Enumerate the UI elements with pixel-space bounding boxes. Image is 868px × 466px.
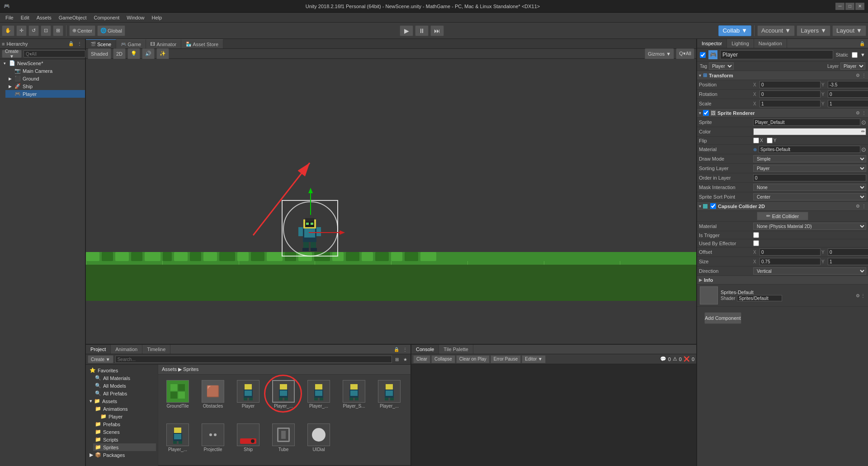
menu-assets[interactable]: Assets bbox=[33, 14, 55, 21]
asset-player-highlighted[interactable]: Player_... bbox=[268, 378, 299, 418]
layers-button[interactable]: Layers ▼ bbox=[797, 25, 830, 36]
asset-player[interactable]: Player bbox=[232, 378, 264, 418]
tab-animator[interactable]: 🎞 Animator bbox=[146, 39, 181, 48]
sprite-settings-btn[interactable]: ⚙ bbox=[856, 110, 860, 115]
audio-btn[interactable]: 🔊 bbox=[142, 48, 155, 59]
player-animations-folder[interactable]: 📁 Player bbox=[99, 413, 156, 420]
rotation-y-input[interactable] bbox=[828, 90, 868, 98]
order-input[interactable] bbox=[753, 174, 866, 181]
project-view-btn[interactable]: ⊞ bbox=[394, 357, 400, 362]
is-trigger-checkbox[interactable] bbox=[753, 232, 759, 238]
material-more-btn[interactable]: ⋮ bbox=[861, 293, 865, 298]
layer-select[interactable]: Player bbox=[840, 62, 865, 70]
tab-tile-palette[interactable]: Tile Palette bbox=[439, 345, 473, 354]
add-component-btn[interactable]: Add Component bbox=[704, 312, 741, 324]
sprite-sort-select[interactable]: Center bbox=[753, 193, 866, 200]
close-button[interactable]: ✕ bbox=[855, 3, 864, 10]
tree-item-maincamera[interactable]: 📷 Main Camera bbox=[5, 67, 85, 75]
sprite-field[interactable] bbox=[753, 119, 860, 126]
move-tool[interactable]: ✛ bbox=[16, 25, 27, 36]
shaded-btn[interactable]: Shaded bbox=[88, 48, 111, 59]
tab-scene[interactable]: 🎬 Scene bbox=[86, 39, 116, 48]
tab-timeline[interactable]: Timeline bbox=[142, 345, 170, 354]
tab-project[interactable]: Project bbox=[86, 345, 111, 354]
sprite-renderer-section-header[interactable]: ▾ 🖼 Sprite Renderer ⚙ ⋮ bbox=[697, 109, 868, 118]
tag-select[interactable]: Player bbox=[709, 62, 734, 70]
2d-btn[interactable]: 2D bbox=[113, 48, 126, 59]
project-lock-btn[interactable]: 🔒 bbox=[392, 347, 401, 352]
menu-component[interactable]: Component bbox=[90, 14, 123, 21]
menu-gameobject[interactable]: GameObject bbox=[55, 14, 90, 21]
tab-navigation[interactable]: Navigation bbox=[754, 39, 787, 48]
capsule-collider-header[interactable]: ▾ Capsule Collider 2D ⚙ ⋮ bbox=[697, 202, 868, 211]
transform-more-btn[interactable]: ⋮ bbox=[862, 73, 866, 78]
material-field[interactable] bbox=[759, 146, 860, 153]
size-x-input[interactable] bbox=[760, 258, 821, 265]
play-button[interactable]: ▶ bbox=[400, 25, 413, 36]
asset-player2[interactable]: Player_... bbox=[303, 378, 335, 418]
tab-inspector[interactable]: Inspector bbox=[697, 39, 727, 48]
lights-btn[interactable]: 💡 bbox=[127, 48, 140, 59]
project-create-btn[interactable]: Create ▼ bbox=[88, 355, 113, 363]
tab-animation[interactable]: Animation bbox=[111, 345, 142, 354]
direction-select[interactable]: Vertical bbox=[753, 267, 866, 275]
layout-button[interactable]: Layout ▼ bbox=[832, 25, 866, 36]
tree-item-ship[interactable]: ▶ 🚀 Ship bbox=[5, 82, 85, 90]
hierarchy-search[interactable] bbox=[24, 50, 85, 57]
offset-x-input[interactable] bbox=[760, 248, 821, 256]
asset-projectile[interactable]: Projectile bbox=[197, 422, 229, 461]
tab-game[interactable]: 🎮 Game bbox=[116, 39, 146, 48]
used-by-effector-checkbox[interactable] bbox=[753, 240, 759, 246]
info-section-header[interactable]: ▶ Info bbox=[697, 276, 868, 285]
collab-button[interactable]: Collab ▼ bbox=[718, 25, 751, 36]
hier-lock-btn[interactable]: 🔒 bbox=[67, 41, 75, 47]
minimize-button[interactable]: ─ bbox=[835, 3, 844, 10]
all-models-item[interactable]: 🔍 All Models bbox=[93, 382, 156, 390]
animations-folder[interactable]: 📁 Animations bbox=[93, 405, 156, 413]
scale-tool[interactable]: ⊡ bbox=[41, 25, 51, 36]
asset-tube[interactable]: Tube bbox=[268, 422, 299, 461]
scripts-folder[interactable]: 📁 Scripts bbox=[93, 436, 156, 443]
tab-console[interactable]: Console bbox=[411, 345, 439, 354]
inspector-lock-btn[interactable]: 🔒 bbox=[858, 41, 866, 47]
asset-player-default[interactable]: Player_... bbox=[162, 422, 193, 461]
prefabs-folder[interactable]: 📁 Prefabs bbox=[93, 420, 156, 428]
pivot-global-btn[interactable]: 🌐 Global bbox=[97, 25, 125, 36]
offset-y-input[interactable] bbox=[828, 248, 868, 256]
transform-section-header[interactable]: ▾ ⊞ Transform ⚙ ⋮ bbox=[697, 71, 868, 80]
all-prefabs-item[interactable]: 🔍 All Prefabs bbox=[93, 390, 156, 397]
fx-btn[interactable]: ✨ bbox=[156, 48, 169, 59]
maximize-button[interactable]: □ bbox=[845, 3, 854, 10]
material-select-btn[interactable]: ⊙ bbox=[861, 146, 866, 153]
editor-btn[interactable]: Editor ▼ bbox=[522, 355, 546, 363]
tab-assetstore[interactable]: 🏪 Asset Store bbox=[181, 39, 223, 48]
pivot-center-btn[interactable]: ⊕ Center bbox=[69, 25, 95, 36]
scale-y-input[interactable] bbox=[828, 100, 868, 107]
project-search[interactable] bbox=[115, 356, 392, 363]
sprite-select-btn[interactable]: ⊙ bbox=[861, 119, 866, 126]
capsule-settings-btn[interactable]: ⚙ bbox=[856, 204, 860, 209]
menu-edit[interactable]: Edit bbox=[17, 14, 33, 21]
tab-lighting[interactable]: Lighting bbox=[727, 39, 754, 48]
all-materials-item[interactable]: 🔍 All Materials bbox=[93, 374, 156, 382]
project-more-btn[interactable]: ⋮ bbox=[401, 347, 409, 352]
draw-mode-select[interactable]: Simple bbox=[753, 155, 866, 162]
rect-tool[interactable]: ⊞ bbox=[53, 25, 63, 36]
static-checkbox[interactable] bbox=[852, 52, 858, 58]
sorting-layer-select[interactable]: Player bbox=[753, 165, 866, 172]
menu-file[interactable]: File bbox=[2, 14, 17, 21]
rotate-tool[interactable]: ↺ bbox=[28, 25, 39, 36]
assets-folder[interactable]: ▾ 📁 Assets bbox=[88, 397, 156, 405]
flip-y-checkbox[interactable] bbox=[767, 138, 773, 143]
sprite-more-btn[interactable]: ⋮ bbox=[862, 110, 866, 115]
clear-on-play-btn[interactable]: Clear on Play bbox=[456, 355, 490, 363]
tree-item-newscene[interactable]: ▾ 📄 NewScene* bbox=[0, 59, 85, 67]
asset-uidial[interactable]: UIDial bbox=[303, 422, 335, 461]
transform-settings-btn[interactable]: ⚙ bbox=[856, 73, 860, 78]
static-dropdown[interactable]: ▼ bbox=[860, 52, 865, 57]
color-field[interactable]: ✏ bbox=[753, 128, 866, 135]
all-btn[interactable]: Q▾All bbox=[676, 48, 694, 59]
hand-tool[interactable]: ✋ bbox=[2, 25, 14, 36]
rotation-x-input[interactable] bbox=[760, 90, 821, 98]
sprite-renderer-enabled[interactable] bbox=[703, 110, 709, 116]
